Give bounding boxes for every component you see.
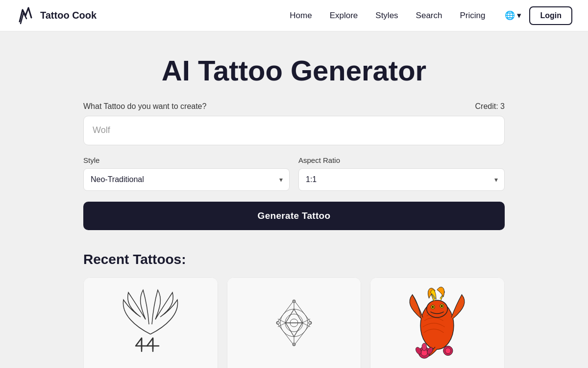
credit-badge: Credit: 3: [475, 102, 505, 111]
svg-point-25: [445, 348, 451, 354]
svg-point-19: [432, 306, 434, 308]
nav-links: Home Explore Styles Search Pricing: [290, 11, 485, 21]
nav-home[interactable]: Home: [290, 11, 312, 20]
tattoo-card-0[interactable]: 44 Sketch: [83, 277, 218, 368]
form-header: What Tattoo do you want to create? Credi…: [83, 102, 505, 111]
svg-point-28: [422, 343, 427, 351]
aspect-label: Aspect Ratio: [298, 156, 505, 164]
chevron-down-icon: ▾: [517, 10, 521, 21]
tattoo-card-2[interactable]: 44 Neo-Traditional: [370, 277, 505, 368]
recent-title: Recent Tattoos:: [83, 252, 505, 267]
tattoo-card-1[interactable]: 44 Geometric: [227, 277, 362, 368]
brand-logo-icon: [16, 6, 35, 26]
tattoo-card-image-0: [84, 278, 218, 368]
nav-explore[interactable]: Explore: [330, 11, 358, 20]
form-label: What Tattoo do you want to create?: [83, 102, 206, 111]
main-content: AI Tattoo Generator What Tattoo do you w…: [74, 31, 514, 368]
tattoo-card-image-1: [227, 278, 361, 368]
nav-styles[interactable]: Styles: [375, 11, 398, 20]
aspect-select[interactable]: 1:1 4:3 3:4 16:9 9:16: [298, 168, 505, 191]
tattoo-grid: 44 Sketch: [83, 277, 505, 368]
login-button[interactable]: Login: [529, 6, 572, 25]
page-title: AI Tattoo Generator: [83, 55, 505, 86]
aspect-select-group: Aspect Ratio 1:1 4:3 3:4 16:9 9:16: [298, 156, 505, 191]
svg-point-21: [441, 305, 443, 307]
nav-search[interactable]: Search: [416, 11, 442, 20]
nav-pricing[interactable]: Pricing: [460, 11, 485, 20]
navbar: Tattoo Cook Home Explore Styles Search P…: [0, 0, 588, 31]
brand-link[interactable]: Tattoo Cook: [16, 6, 97, 26]
language-button[interactable]: 🌐 ▾: [505, 10, 521, 21]
recent-section: Recent Tattoos: 4: [83, 252, 505, 368]
style-select-group: Style Neo-Traditional Traditional Geomet…: [83, 156, 290, 191]
selects-row: Style Neo-Traditional Traditional Geomet…: [83, 156, 505, 191]
nav-right: 🌐 ▾ Login: [505, 6, 572, 25]
brand-name: Tattoo Cook: [40, 10, 97, 21]
style-label: Style: [83, 156, 290, 164]
tattoo-card-image-2: [370, 278, 504, 368]
generate-button[interactable]: Generate Tattoo: [83, 202, 505, 230]
style-select[interactable]: Neo-Traditional Traditional Geometric Sk…: [83, 168, 290, 191]
tattoo-input[interactable]: [83, 116, 505, 145]
lang-icon: 🌐: [505, 10, 515, 21]
svg-point-17: [427, 300, 448, 317]
